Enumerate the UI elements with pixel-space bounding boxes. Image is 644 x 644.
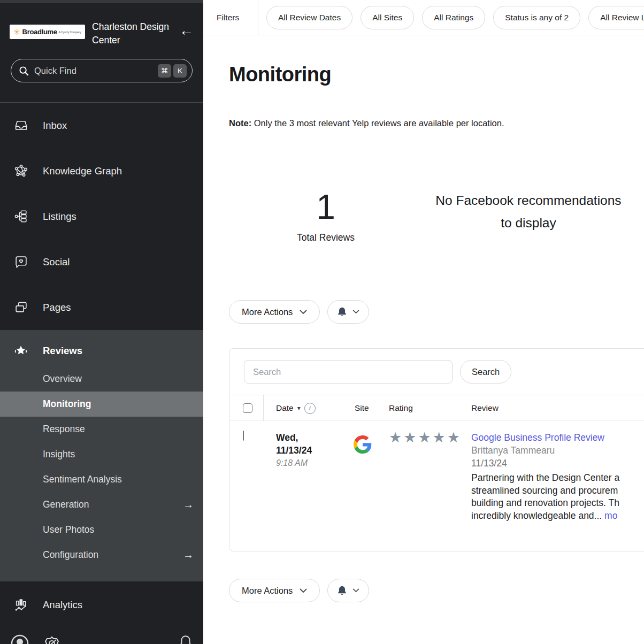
subitem-label: Response — [43, 424, 85, 435]
sidebar-item-label: Analytics — [43, 599, 82, 611]
sidebar-item-knowledge-graph[interactable]: Knowledge Graph — [0, 148, 203, 194]
review-body-line: incredibly knowledgeable and... mo — [471, 510, 644, 523]
sidebar-item-label: Inbox — [43, 120, 67, 132]
filter-pill-review-labels[interactable]: All Review L — [588, 6, 644, 29]
page-body: Monitoring Note: Only the 3 most relevan… — [203, 63, 644, 602]
total-reviews-value: 1 — [229, 188, 423, 226]
sidebar-subitem-user-photos[interactable]: User Photos — [0, 517, 203, 542]
column-header-site: Site — [349, 403, 382, 413]
social-icon — [13, 255, 28, 269]
star-icon — [13, 344, 28, 358]
actions-row-bottom: More Actions — [229, 579, 644, 602]
filter-bar-divider — [258, 0, 258, 35]
review-day: Wed, — [276, 431, 349, 444]
more-actions-button[interactable]: More Actions — [229, 300, 320, 324]
review-more-link[interactable]: mo — [604, 510, 617, 521]
reviews-table-card: Search Date ▾ i Site Rating Review — [229, 348, 644, 551]
row-select-cell — [229, 420, 264, 551]
sidebar-item-pages[interactable]: Pages — [0, 285, 203, 330]
facebook-empty-message: No Facebook recommendations to display — [430, 188, 627, 234]
settings-icon[interactable] — [43, 634, 61, 644]
notification-bell-icon[interactable] — [179, 634, 193, 644]
subitem-label: Sentiment Analysis — [43, 474, 122, 485]
broadlume-star-icon: ✳ — [13, 28, 20, 36]
sidebar-item-reviews[interactable]: Reviews — [0, 335, 203, 366]
search-input[interactable] — [244, 360, 453, 384]
search-button[interactable]: Search — [460, 360, 511, 384]
review-title-link[interactable]: Google Business Profile Review — [471, 432, 604, 443]
sidebar-bottom-bar — [0, 634, 203, 644]
arrow-right-icon: → — [183, 549, 194, 561]
filter-pill-sites[interactable]: All Sites — [361, 6, 414, 29]
google-icon — [354, 435, 382, 454]
sidebar: ✳ Broadlume A Cyncly Company Charleston … — [0, 0, 203, 644]
quick-find-input[interactable] — [34, 66, 120, 76]
sidebar-item-social[interactable]: Social — [0, 239, 203, 285]
notifications-dropdown-button[interactable] — [327, 300, 369, 324]
chevron-down-icon — [300, 310, 307, 315]
sidebar-item-listings[interactable]: Listings — [0, 194, 203, 239]
chevron-down-icon — [352, 588, 359, 593]
sidebar-subitem-monitoring[interactable]: Monitoring — [0, 392, 203, 417]
column-header-date[interactable]: Date ▾ i — [264, 403, 349, 414]
chevron-down-icon — [300, 588, 307, 593]
user-avatar-icon[interactable] — [11, 634, 29, 644]
yelp-note: Note: Only the 3 most relevant Yelp revi… — [229, 118, 644, 128]
row-review-cell: Google Business Profile Review Brittanya… — [464, 420, 644, 551]
total-reviews-label: Total Reviews — [229, 232, 423, 243]
reviewer-name: Brittanya Tammearu — [471, 444, 644, 457]
account-name: Charleston Design Center — [92, 20, 179, 47]
quick-find-search[interactable]: ⌘ K — [11, 59, 193, 82]
select-all-checkbox[interactable] — [243, 403, 252, 413]
info-icon[interactable]: i — [304, 403, 316, 414]
note-label: Note: — [229, 118, 251, 128]
row-checkbox[interactable] — [243, 431, 244, 441]
review-time: 9:18 AM — [276, 458, 349, 468]
review-date: 11/13/24 — [276, 444, 349, 457]
more-actions-label: More Actions — [242, 586, 293, 596]
actions-row-top: More Actions — [229, 300, 644, 324]
sidebar-subitem-overview[interactable]: Overview — [0, 366, 203, 392]
arrow-right-icon: → — [183, 499, 194, 511]
sidebar-collapse-icon[interactable]: ← — [179, 24, 194, 38]
table-row: Wed, 11/13/24 9:18 AM ★★★★★ Google Busin… — [229, 420, 644, 551]
note-text: Only the 3 most relevant Yelp reviews ar… — [251, 118, 504, 128]
more-actions-label: More Actions — [242, 307, 293, 317]
subitem-label: Configuration — [43, 549, 98, 561]
select-all-cell — [229, 395, 264, 421]
sidebar-subitem-response[interactable]: Response — [0, 417, 203, 442]
sidebar-subitem-sentiment-analysis[interactable]: Sentiment Analysis — [0, 467, 203, 492]
k-key-badge: K — [173, 64, 187, 78]
sidebar-item-label: Listings — [43, 211, 76, 223]
sidebar-item-analytics[interactable]: Analytics — [0, 581, 203, 628]
column-header-rating: Rating — [382, 403, 464, 413]
sidebar-subitem-configuration[interactable]: Configuration→ — [0, 542, 203, 568]
subitem-label: User Photos — [43, 524, 94, 535]
date-header-label: Date — [276, 403, 294, 413]
sidebar-subitem-generation[interactable]: Generation→ — [0, 492, 203, 517]
inbox-icon — [13, 118, 28, 133]
row-rating-stars: ★★★★★ — [382, 420, 464, 551]
more-actions-button[interactable]: More Actions — [229, 579, 320, 602]
sidebar-subitem-insights[interactable]: Insights — [0, 442, 203, 467]
stats-row: 1 Total Reviews No Facebook recommendati… — [229, 188, 644, 243]
total-reviews-stat: 1 Total Reviews — [229, 188, 423, 243]
filter-pill-status[interactable]: Status is any of 2 — [493, 6, 580, 29]
filters-label: Filters — [217, 13, 258, 22]
row-date-cell: Wed, 11/13/24 9:18 AM — [264, 420, 349, 551]
column-header-review: Review — [464, 403, 644, 413]
notifications-dropdown-button[interactable] — [327, 579, 369, 602]
filter-pill-ratings[interactable]: All Ratings — [422, 6, 485, 29]
search-icon — [19, 66, 29, 76]
review-body: Partnering with the Design Center a stre… — [471, 472, 644, 522]
sidebar-item-inbox[interactable]: Inbox — [0, 103, 203, 148]
sidebar-item-label: Social — [43, 256, 70, 268]
bell-icon — [337, 306, 347, 318]
review-posted-date: 11/13/24 — [471, 457, 644, 470]
sidebar-header: ✳ Broadlume A Cyncly Company Charleston … — [0, 3, 203, 47]
review-body-line: Partnering with the Design Center a — [471, 472, 644, 485]
sort-desc-icon: ▾ — [297, 404, 301, 412]
subitem-label: Overview — [43, 373, 82, 385]
broadlume-logo: ✳ Broadlume A Cyncly Company — [10, 25, 85, 39]
filter-pill-review-dates[interactable]: All Review Dates — [266, 6, 352, 29]
